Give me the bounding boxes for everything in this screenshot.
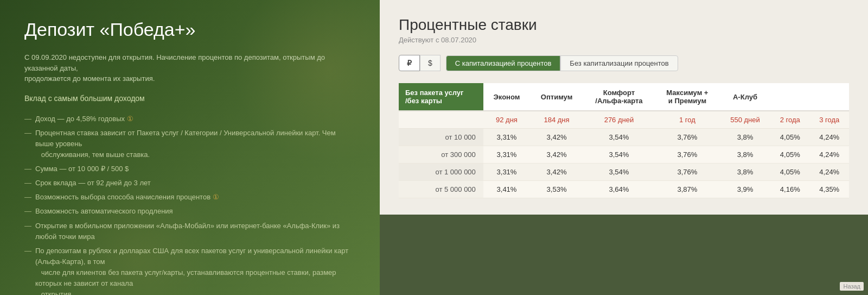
notice-text: С 09.09.2020 недоступен для открытия. На… bbox=[24, 52, 355, 84]
table-row: от 1 000 000 3,31% 3,42% 3,54% 3,76% 3,8… bbox=[399, 164, 849, 181]
period-3years: 3 года bbox=[810, 111, 850, 129]
amount-300000: от 300 000 bbox=[399, 146, 483, 164]
amount-10000: от 10 000 bbox=[399, 129, 483, 146]
table-row: от 5 000 000 3,41% 3,53% 3,64% 3,87% 3,9… bbox=[399, 181, 849, 198]
rate-10000-1y: 3,76% bbox=[655, 129, 720, 146]
method-link[interactable]: ① bbox=[213, 193, 219, 201]
list-item: Возможность выбора способа начисления пр… bbox=[24, 192, 355, 203]
rate-300000-2y: 4,05% bbox=[770, 146, 809, 164]
list-item: Открытие в мобильном приложении «Альфа-М… bbox=[24, 221, 355, 242]
rate-300000-184: 3,42% bbox=[530, 146, 583, 164]
rates-title: Процентные ставки bbox=[399, 16, 849, 34]
period-184: 184 дня bbox=[530, 111, 583, 129]
rate-1m-2y: 4,05% bbox=[770, 164, 809, 181]
col-header-empty2 bbox=[810, 83, 850, 111]
table-row: от 300 000 3,31% 3,42% 3,54% 3,76% 3,8% … bbox=[399, 146, 849, 164]
rate-1m-276: 3,54% bbox=[583, 164, 655, 181]
rate-10000-184: 3,42% bbox=[530, 129, 583, 146]
currency-tabs: ₽ $ С капитализацией процентов Без капит… bbox=[399, 55, 849, 71]
col-header-empty1 bbox=[770, 83, 809, 111]
rate-300000-1y: 3,76% bbox=[655, 146, 720, 164]
col-header-comfort: Комфорт/Альфа-карта bbox=[583, 83, 655, 111]
rate-1m-184: 3,42% bbox=[530, 164, 583, 181]
col-header-package: Без пакета услуг/без карты bbox=[399, 83, 483, 111]
back-label[interactable]: Назад bbox=[840, 282, 864, 291]
without-capitalization-button[interactable]: Без капитализации процентов bbox=[560, 55, 678, 71]
period-276: 276 дней bbox=[583, 111, 655, 129]
rate-1m-550: 3,8% bbox=[720, 164, 770, 181]
deposit-title: Депозит «Победа+» bbox=[24, 19, 355, 40]
list-item: Доход — до 4,58% годовых ① bbox=[24, 114, 355, 124]
table-row: от 10 000 3,31% 3,42% 3,54% 3,76% 3,8% 4… bbox=[399, 129, 849, 146]
income-link[interactable]: ① bbox=[127, 115, 133, 123]
rate-10000-92: 3,31% bbox=[483, 129, 530, 146]
col-header-aclub: А-Клуб bbox=[720, 83, 770, 111]
rates-table: Без пакета услуг/без карты Эконом Оптиму… bbox=[399, 83, 849, 198]
period-550: 550 дней bbox=[720, 111, 770, 129]
features-list: Доход — до 4,58% годовых ① Процентная ст… bbox=[24, 114, 355, 296]
table-header-row: Без пакета услуг/без карты Эконом Оптиму… bbox=[399, 83, 849, 111]
rates-subtitle: Действуют с 08.07.2020 bbox=[399, 36, 849, 44]
currency-rub-button[interactable]: ₽ bbox=[399, 55, 420, 71]
col-header-optimum: Оптимум bbox=[530, 83, 583, 111]
currency-usd-button[interactable]: $ bbox=[420, 55, 441, 71]
with-capitalization-button[interactable]: С капитализацией процентов bbox=[446, 55, 561, 71]
period-row: 92 дня 184 дня 276 дней 1 год 550 дней 2… bbox=[399, 111, 849, 129]
rate-300000-3y: 4,24% bbox=[810, 146, 850, 164]
list-item: Сумма — от 10 000 ₽ / 500 $ bbox=[24, 164, 355, 174]
period-1year: 1 год bbox=[655, 111, 720, 129]
list-item: Процентная ставка зависит от Пакета услу… bbox=[24, 128, 355, 160]
period-empty bbox=[399, 111, 483, 129]
col-header-maximum: Максимум +и Премиум bbox=[655, 83, 720, 111]
rate-5m-184: 3,53% bbox=[530, 181, 583, 198]
period-2years: 2 года bbox=[770, 111, 809, 129]
amount-1000000: от 1 000 000 bbox=[399, 164, 483, 181]
rate-1m-1y: 3,76% bbox=[655, 164, 720, 181]
rate-300000-92: 3,31% bbox=[483, 146, 530, 164]
list-item: По депозитам в рублях и долларах США для… bbox=[24, 246, 355, 295]
highlight-text: Вклад с самым большим доходом bbox=[24, 94, 355, 103]
rate-10000-276: 3,54% bbox=[583, 129, 655, 146]
period-92: 92 дня bbox=[483, 111, 530, 129]
rate-10000-3y: 4,24% bbox=[810, 129, 850, 146]
left-panel: Депозит «Победа+» С 09.09.2020 недоступе… bbox=[0, 0, 380, 295]
rate-5m-276: 3,64% bbox=[583, 181, 655, 198]
list-item: Возможность автоматического продления bbox=[24, 206, 355, 217]
rate-1m-92: 3,31% bbox=[483, 164, 530, 181]
rate-1m-3y: 4,24% bbox=[810, 164, 850, 181]
rate-300000-276: 3,54% bbox=[583, 146, 655, 164]
rate-5m-1y: 3,87% bbox=[655, 181, 720, 198]
rate-10000-2y: 4,05% bbox=[770, 129, 809, 146]
rate-300000-550: 3,8% bbox=[720, 146, 770, 164]
rate-5m-2y: 4,16% bbox=[770, 181, 809, 198]
rate-5m-550: 3,9% bbox=[720, 181, 770, 198]
amount-5000000: от 5 000 000 bbox=[399, 181, 483, 198]
list-item: Срок вклада — от 92 дней до 3 лет bbox=[24, 178, 355, 189]
right-panel: Процентные ставки Действуют с 08.07.2020… bbox=[380, 0, 868, 215]
rate-10000-550: 3,8% bbox=[720, 129, 770, 146]
rate-5m-3y: 4,35% bbox=[810, 181, 850, 198]
rate-5m-92: 3,41% bbox=[483, 181, 530, 198]
col-header-econom: Эконом bbox=[483, 83, 530, 111]
